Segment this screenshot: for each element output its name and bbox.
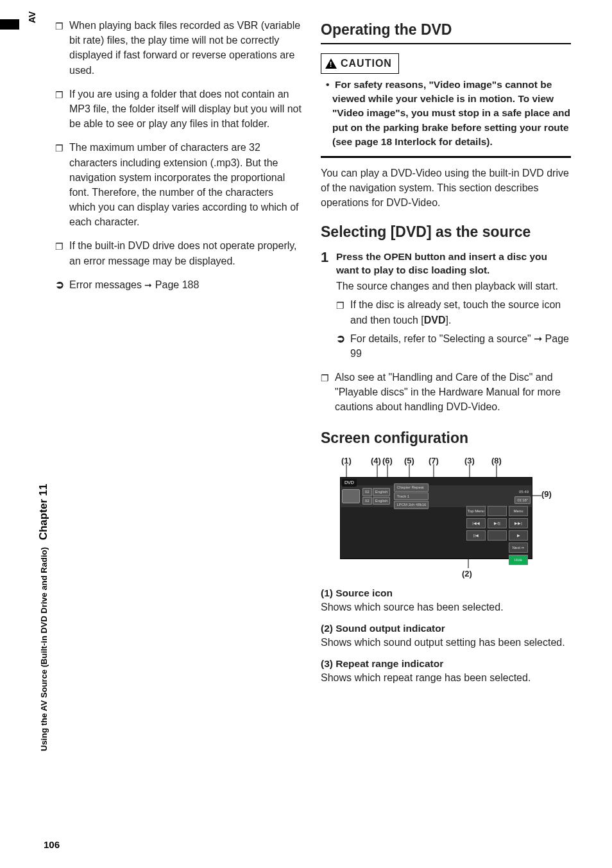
page-number: 106 — [44, 839, 60, 850]
bullet-text: The maximum umber of characters are 32 c… — [69, 140, 302, 229]
heading-bold: DVD — [421, 21, 452, 38]
text-bold: DVD — [424, 315, 446, 326]
sub-note: ❐ If the disc is already set, touch the … — [321, 297, 571, 327]
control-button: |◀◀ — [466, 518, 486, 528]
bullet-icon: ❐ — [321, 370, 335, 415]
fig-chip: LPCM 2ch 48k16 — [394, 501, 429, 509]
control-button: Top Menu — [466, 506, 486, 516]
fig-controls: Top Menu Menu |◀◀ ▶/|| ▶▶| ||◀ ▶ Next ➞ … — [466, 506, 528, 565]
fig-chip: 02 — [362, 488, 372, 496]
list-item: ❐ When playing back files recorded as VB… — [51, 18, 302, 78]
screen-config-figure: (1) (4) (6) (5) (7) (3) (8) DVD 02Englis… — [340, 455, 539, 577]
caution-body: For safety reasons, "Video image"s canno… — [332, 79, 570, 148]
control-hide-button: Hide — [509, 555, 528, 565]
bullet-icon: ❐ — [55, 140, 69, 229]
desc-title: (3) Repeat range indicator — [321, 657, 571, 671]
control-button: Menu — [509, 506, 528, 516]
source-icon — [342, 489, 360, 503]
control-button: ▶/|| — [488, 518, 507, 528]
desc-body: Shows which source has been selected. — [321, 600, 571, 614]
sub-ref-text: For details, refer to "Selecting a sourc… — [350, 331, 571, 361]
list-item: ❐ The maximum umber of characters are 32… — [51, 140, 302, 229]
side-section: Using the AV Source (Built-in DVD Drive … — [39, 547, 49, 751]
bullet-icon: ❐ — [55, 238, 69, 268]
heading-operating-dvd: Operating the DVD — [321, 19, 571, 44]
heading-screen-config: Screen configuration — [321, 428, 571, 449]
heading-text: ] as the source — [427, 223, 531, 240]
side-running-head: Using the AV Source (Built-in DVD Drive … — [37, 483, 50, 751]
step-text: Press the — [336, 251, 384, 262]
caution-block: ! CAUTION • For safety reasons, "Video i… — [321, 53, 571, 158]
control-button: ▶ — [509, 530, 528, 541]
heading-selecting-source: Selecting [DVD] as the source — [321, 221, 571, 243]
bullet-text: When playing back files recorded as VBR … — [69, 18, 302, 78]
step-sub: The source changes and then playback wil… — [336, 279, 571, 293]
fig-label-8: (8) — [491, 455, 502, 467]
heading-text: Selecting [ — [321, 223, 395, 240]
sub-note-text: If the disc is already set, touch the so… — [350, 297, 571, 327]
side-tab — [0, 19, 19, 30]
fig-label-2: (2) — [462, 568, 472, 580]
desc-body: Shows which repeat range has been select… — [321, 671, 571, 685]
text: If the disc is already set, touch the so… — [350, 299, 561, 325]
heading-text: Operating the — [321, 21, 421, 38]
note: ❐ Also see at "Handling and Care of the … — [321, 370, 571, 415]
av-label: AV — [27, 12, 37, 23]
text: ]. — [446, 315, 452, 326]
descriptions: (1) Source icon Shows which source has b… — [321, 586, 571, 686]
intro-paragraph: You can play a DVD-Video using the built… — [321, 166, 571, 211]
left-column: ❐ When playing back files recorded as VB… — [51, 18, 302, 692]
step-bold: OPEN — [384, 251, 412, 262]
caution-word: CAUTION — [341, 56, 392, 71]
fig-time: 05:49 — [517, 489, 531, 496]
desc-body: Shows which sound output setting has bee… — [321, 636, 571, 650]
bullet-icon: ❐ — [336, 297, 350, 327]
control-button: ||◀ — [466, 530, 486, 541]
fig-label-7: (7) — [429, 455, 439, 467]
fig-chip: English — [373, 488, 391, 496]
control-button: Next ➞ — [509, 542, 528, 553]
bullet-text: If the built-in DVD drive does not opera… — [69, 238, 302, 268]
fig-label-9: (9) — [541, 489, 552, 501]
step-1: 1 Press the OPEN button and insert a dis… — [321, 250, 571, 294]
fig-chip: Chapter Repeat — [394, 483, 429, 492]
reference-icon: ➲ — [55, 277, 69, 293]
figure-top-ticks — [340, 455, 539, 477]
figure-screenshot: DVD 02English 02English Chapter Repeat T… — [340, 477, 532, 559]
fig-chip: English — [373, 497, 391, 505]
bullet-icon: ❐ — [55, 18, 69, 78]
note-text: Also see at "Handling and Care of the Di… — [335, 370, 571, 415]
step-lead: Press the OPEN button and insert a disc … — [336, 250, 571, 277]
caution-text: • For safety reasons, "Video image"s can… — [321, 78, 571, 150]
bullet-text: If you are using a folder that does not … — [69, 87, 302, 132]
fig-label-1: (1) — [341, 455, 352, 467]
svg-text:!: ! — [330, 60, 333, 68]
fig-elapsed: 01'18" — [514, 496, 531, 505]
heading-bold: DVD — [395, 223, 427, 240]
ref-page: Page 188 — [155, 279, 200, 290]
fig-dvd-tag: DVD — [342, 479, 357, 487]
caution-icon: ! — [325, 58, 337, 69]
fig-chip: 02 — [362, 497, 372, 505]
arrow-icon: ➞ — [144, 280, 152, 290]
ref-text: Error messages — [69, 279, 142, 290]
right-column: Operating the DVD ! CAUTION • For safety… — [321, 18, 571, 692]
bullet-icon: ❐ — [55, 87, 69, 132]
reference-icon: ➲ — [336, 331, 350, 361]
fig-chip: Track 1 — [394, 492, 429, 501]
list-item: ❐ If the built-in DVD drive does not ope… — [51, 238, 302, 268]
fig-label-4: (4) — [371, 455, 381, 467]
cross-reference: ➲ Error messages ➞ Page 188 — [51, 277, 302, 293]
sub-reference: ➲ For details, refer to "Selecting a sou… — [321, 331, 571, 361]
fig-label-5: (5) — [404, 455, 414, 467]
side-chapter: Chapter 11 — [37, 483, 49, 540]
desc-title: (1) Source icon — [321, 586, 571, 600]
fig-label-6: (6) — [382, 455, 393, 467]
control-button: ▶▶| — [509, 518, 528, 528]
caution-label: ! CAUTION — [321, 53, 399, 73]
control-button — [488, 530, 507, 541]
step-number: 1 — [321, 250, 336, 294]
fig-label-3: (3) — [464, 455, 475, 467]
list-item: ❐ If you are using a folder that does no… — [51, 87, 302, 132]
desc-title: (2) Sound output indicator — [321, 621, 571, 636]
